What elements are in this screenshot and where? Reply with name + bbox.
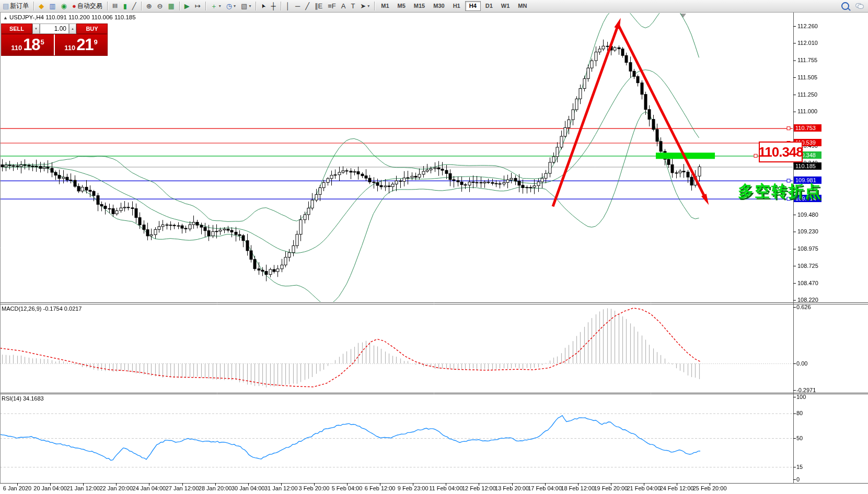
price-axis-tick: 111.755 xyxy=(797,57,817,63)
zoom-out-icon: ⊖ xyxy=(157,1,163,11)
symbol-ohlc-text: USDJPY-,H4 110.091 110.200 110.006 110.1… xyxy=(9,14,136,20)
date-axis-label: 21 Feb 04:00 xyxy=(627,485,661,491)
timeframe-button-h4[interactable]: H4 xyxy=(465,1,481,11)
gem-icon: ◆ xyxy=(39,1,44,11)
zoom-in-icon[interactable]: ⊕ xyxy=(144,1,155,11)
date-axis-label: 18 Feb 12:00 xyxy=(561,485,595,491)
toolbar-separator xyxy=(205,2,206,10)
oneclick-collapse-icon[interactable]: ▲ xyxy=(3,15,8,20)
timeframe-button-m15[interactable]: M15 xyxy=(410,1,429,11)
volume-increase-button[interactable]: ▲ xyxy=(69,23,76,34)
autotrading-button: ● xyxy=(72,1,76,11)
rsi-axis-tick: 15 xyxy=(796,464,803,470)
date-axis-label: 17 Feb 04:00 xyxy=(528,485,562,491)
cursor-icon[interactable]: ➤ xyxy=(258,1,268,11)
date-axis-label: 13 Feb 20:00 xyxy=(495,485,529,491)
bar-chart-icon[interactable]: ≣ xyxy=(110,1,121,11)
periods-icon[interactable]: ◷▾ xyxy=(224,1,238,11)
new-order-button-label: 新订单 xyxy=(10,2,29,10)
volume-input[interactable] xyxy=(40,23,69,34)
toolbar-separator xyxy=(33,2,34,10)
timeframe-button-w1[interactable]: W1 xyxy=(497,1,514,11)
fibonacci-icon[interactable]: ≡F xyxy=(325,1,339,11)
trendline-icon[interactable]: ╱ xyxy=(303,1,312,11)
price-axis-tick: 111.505 xyxy=(797,74,817,80)
date-axis-label: 30 Jan 04:00 xyxy=(232,485,265,491)
volume-decrease-button[interactable]: ▼ xyxy=(32,23,40,34)
chart-canvas[interactable] xyxy=(0,0,868,494)
trendline-icon: ╱ xyxy=(305,1,309,11)
rsi-axis-tick: 100 xyxy=(796,394,806,400)
chart-shift-icon: ↦ xyxy=(195,1,201,11)
symbol-info: ▲USDJPY-,H4 110.091 110.200 110.006 110.… xyxy=(3,14,136,20)
dropdown-arrow-icon[interactable]: ▾ xyxy=(367,4,369,8)
autotrading-button[interactable]: ●自动交易 xyxy=(70,1,105,11)
sell-price-prefix: 110 xyxy=(11,44,22,52)
templates-icon[interactable]: ▧▾ xyxy=(238,1,253,11)
macd-axis-tick: 0.00 xyxy=(796,360,807,367)
vertical-line-icon: │ xyxy=(286,1,290,11)
new-order-button: ▤ xyxy=(3,1,9,11)
auto-scroll-icon[interactable]: ▶ xyxy=(182,1,192,11)
chart-shift-icon[interactable]: ↦ xyxy=(192,1,203,11)
sell-price-big: 18 xyxy=(23,36,40,54)
arrow-objects-icon: ➤ xyxy=(360,1,366,11)
date-axis-label: 9 Feb 23:00 xyxy=(398,485,429,491)
horizontal-line-icon[interactable]: ─ xyxy=(293,1,303,11)
channel-icon[interactable]: ∥E xyxy=(312,1,325,11)
dropdown-arrow-icon[interactable]: ▾ xyxy=(234,4,236,8)
gem-icon[interactable]: ◆ xyxy=(36,1,47,11)
text-icon[interactable]: A xyxy=(339,1,349,11)
sell-price-button[interactable]: 110185 xyxy=(2,34,54,55)
text-label-icon[interactable]: T xyxy=(348,1,357,11)
rsi-axis-tick: 80 xyxy=(796,410,803,416)
timeframe-button-m1[interactable]: M1 xyxy=(377,1,392,11)
vertical-line-icon[interactable]: │ xyxy=(283,1,293,11)
timeframe-button-h1[interactable]: H1 xyxy=(449,1,464,11)
timeframe-button-m5[interactable]: M5 xyxy=(394,1,409,11)
tile-windows-icon[interactable]: ▦ xyxy=(166,1,177,11)
autotrading-button-label: 自动交易 xyxy=(77,2,102,10)
buy-price-button[interactable]: 110219 xyxy=(55,34,107,55)
search-icon[interactable] xyxy=(841,2,849,10)
dropdown-arrow-icon[interactable]: ▾ xyxy=(219,4,221,8)
buy-price-sup: 9 xyxy=(94,38,98,46)
signal-icon[interactable]: ◉ xyxy=(59,1,70,11)
date-axis-label: 3 Feb 20:00 xyxy=(299,485,330,491)
date-axis-label: 11 Feb 04:00 xyxy=(429,485,462,491)
rsi-label: RSI(14) 34.1683 xyxy=(2,395,44,402)
date-axis-label: 24 Feb 12:00 xyxy=(660,485,694,491)
timeframe-toolbar: M1M5M15M30H1H4D1W1MN xyxy=(377,0,531,12)
date-axis-label: 12 Feb 12:00 xyxy=(462,485,496,491)
buy-button[interactable]: BUY xyxy=(76,23,108,34)
zoom-out-icon[interactable]: ⊖ xyxy=(155,1,166,11)
chat-icon[interactable] xyxy=(855,3,864,9)
screen-icon[interactable]: ▥ xyxy=(47,1,58,11)
toolbar-separator xyxy=(179,2,180,10)
crosshair-icon[interactable]: ┼ xyxy=(269,1,279,11)
candlestick-chart-icon[interactable]: ▮ xyxy=(121,1,130,11)
toolbar-separator xyxy=(256,2,256,10)
date-axis-label: 25 Feb 20:00 xyxy=(693,485,727,491)
price-axis-tick: 109.480 xyxy=(797,211,818,218)
fibonacci-icon: ≡F xyxy=(328,1,336,11)
buy-price-prefix: 110 xyxy=(64,44,75,52)
sell-button[interactable]: SELL xyxy=(1,23,32,34)
templates-icon: ▧ xyxy=(241,1,247,11)
price-axis-tick: 108.220 xyxy=(797,297,818,303)
dropdown-arrow-icon[interactable]: ▾ xyxy=(249,4,251,8)
date-axis-label: 28 Jan 20:00 xyxy=(199,485,232,491)
timeframe-button-d1[interactable]: D1 xyxy=(482,1,496,11)
price-axis-tick: 108.470 xyxy=(797,280,818,286)
new-order-button[interactable]: ▤新订单 xyxy=(0,1,31,11)
timeframe-button-mn[interactable]: MN xyxy=(514,1,530,11)
price-axis-tick: 108.725 xyxy=(797,263,818,269)
price-axis-tick: 108.975 xyxy=(797,245,818,252)
arrow-objects-icon[interactable]: ➤▾ xyxy=(357,1,372,11)
timeframe-button-m30[interactable]: M30 xyxy=(430,1,448,11)
indicators-icon[interactable]: ＋▾ xyxy=(208,1,224,11)
rsi-axis-tick: 0 xyxy=(796,476,800,483)
date-axis-label: 24 Jan 04:00 xyxy=(133,485,166,491)
date-axis-label: 22 Jan 20:00 xyxy=(99,485,133,491)
line-chart-icon[interactable]: ╱ xyxy=(130,1,139,11)
